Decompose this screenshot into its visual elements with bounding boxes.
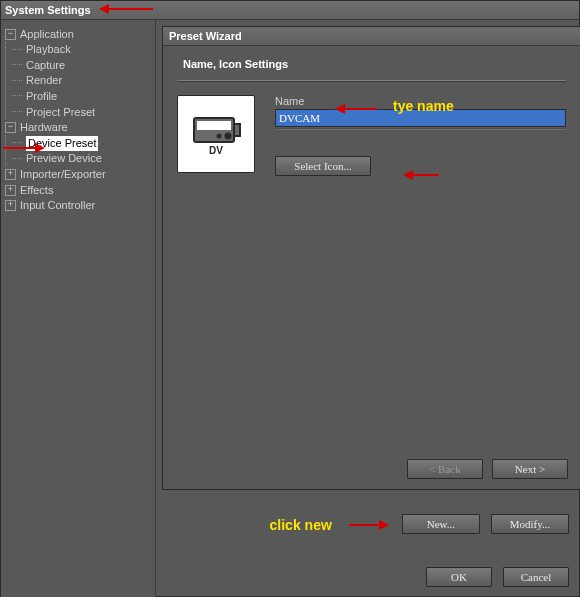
- preset-icon-preview: DV: [177, 95, 255, 173]
- dv-camera-icon: DV: [190, 108, 242, 160]
- tree-node-hardware[interactable]: −Hardware Device Preset Preview Device: [5, 120, 151, 167]
- tree-node-project-preset[interactable]: Project Preset: [12, 104, 151, 120]
- tree-node-importer-exporter[interactable]: +Importer/Exporter: [5, 166, 151, 182]
- preset-wizard: Preset Wizard Name, Icon Settings: [162, 26, 580, 490]
- tree-node-playback[interactable]: Playback: [12, 42, 151, 58]
- svg-marker-15: [379, 520, 389, 530]
- tree-node-preview-device[interactable]: Preview Device: [12, 151, 151, 167]
- back-button[interactable]: < Back: [407, 459, 483, 479]
- dialog-buttons: OK Cancel: [418, 567, 569, 587]
- device-preset-buttons: click new New... Modify...: [162, 506, 580, 542]
- window-titlebar[interactable]: System Settings: [1, 1, 579, 20]
- name-field-label: Name: [275, 95, 566, 107]
- expand-icon[interactable]: +: [5, 200, 16, 211]
- settings-tree: −Application Playback Capture Render Pro…: [1, 20, 156, 597]
- svg-rect-5: [197, 121, 231, 130]
- tree-node-input-controller[interactable]: +Input Controller: [5, 198, 151, 214]
- modify-button[interactable]: Modify...: [491, 514, 569, 534]
- svg-point-7: [217, 134, 222, 139]
- right-pane: Preset Wizard Name, Icon Settings: [156, 20, 579, 597]
- tree-node-effects[interactable]: +Effects: [5, 182, 151, 198]
- ok-button[interactable]: OK: [426, 567, 492, 587]
- wizard-section-label: Name, Icon Settings: [183, 58, 566, 70]
- svg-rect-8: [234, 124, 240, 136]
- wizard-titlebar[interactable]: Preset Wizard: [163, 27, 580, 46]
- tree-node-capture[interactable]: Capture: [12, 57, 151, 73]
- svg-text:DV: DV: [209, 145, 223, 156]
- divider: [177, 80, 566, 81]
- collapse-icon[interactable]: −: [5, 29, 16, 40]
- tree-node-application[interactable]: −Application Playback Capture Render Pro…: [5, 26, 151, 120]
- cancel-button[interactable]: Cancel: [503, 567, 569, 587]
- window-title: System Settings: [5, 4, 91, 16]
- annotation-arrow-new: [347, 518, 391, 532]
- select-icon-button[interactable]: Select Icon...: [275, 156, 371, 176]
- svg-point-6: [225, 133, 232, 140]
- expand-icon[interactable]: +: [5, 185, 16, 196]
- new-button[interactable]: New...: [402, 514, 480, 534]
- wizard-nav: < Back Next >: [401, 459, 568, 479]
- tree-node-profile[interactable]: Profile: [12, 88, 151, 104]
- name-input[interactable]: [275, 109, 566, 127]
- next-button[interactable]: Next >: [492, 459, 568, 479]
- collapse-icon[interactable]: −: [5, 122, 16, 133]
- wizard-title: Preset Wizard: [169, 30, 242, 42]
- divider: [275, 128, 566, 130]
- expand-icon[interactable]: +: [5, 169, 16, 180]
- tree-node-render[interactable]: Render: [12, 73, 151, 89]
- annotation-label-clicknew: click new: [270, 517, 332, 533]
- tree-node-device-preset[interactable]: Device Preset: [12, 135, 151, 151]
